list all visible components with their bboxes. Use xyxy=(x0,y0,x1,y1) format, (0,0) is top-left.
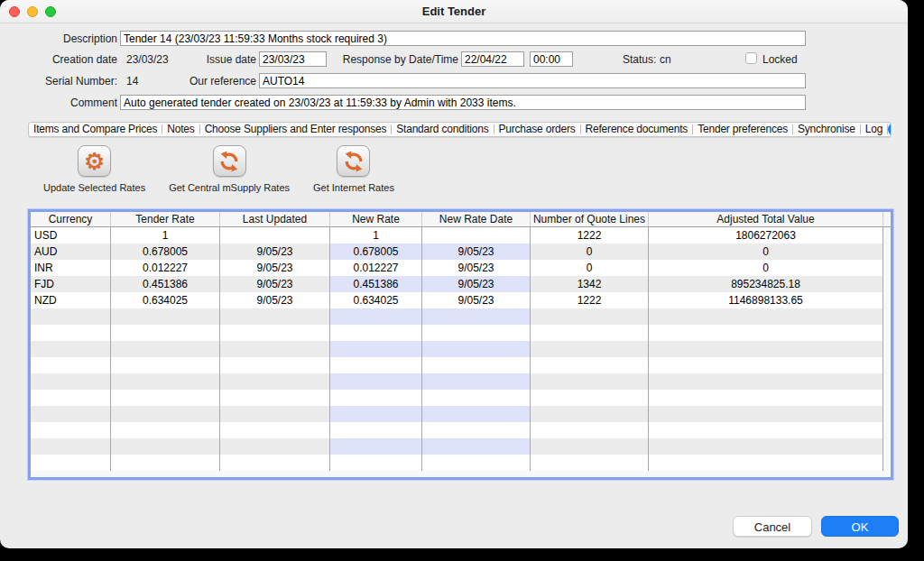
table-row[interactable] xyxy=(31,341,891,357)
cell-new-rate-date xyxy=(422,325,531,341)
response-by-date-input[interactable] xyxy=(461,51,524,67)
scrollbar-gutter xyxy=(883,227,891,244)
locked-checkbox[interactable] xyxy=(745,52,757,64)
cell-quote-lines xyxy=(531,455,649,471)
table-body: USD1112221806272063AUD0.6780059/05/230.6… xyxy=(31,227,891,471)
table-row[interactable] xyxy=(31,308,891,325)
issue-date-label: Issue date xyxy=(175,52,256,68)
tab-reference-documents[interactable]: Reference documents xyxy=(581,123,693,136)
table-row[interactable] xyxy=(31,455,891,471)
scrollbar-gutter xyxy=(883,438,891,455)
comment-input[interactable] xyxy=(120,95,806,110)
issue-date-input[interactable] xyxy=(259,51,327,67)
cell-adjusted-total: 0 xyxy=(649,244,883,260)
cell-new-rate-date xyxy=(422,438,531,455)
cell-new-rate-date xyxy=(422,227,531,244)
cell-new-rate-date: 9/05/23 xyxy=(422,292,531,308)
column-header-new-rate-date[interactable]: New Rate Date xyxy=(422,212,531,226)
table-row[interactable] xyxy=(31,406,891,422)
cell-adjusted-total: 0 xyxy=(649,260,883,276)
cell-last-updated xyxy=(220,373,330,390)
cell-new-rate: 1 xyxy=(330,227,422,244)
scrollbar-gutter xyxy=(883,455,891,471)
cell-adjusted-total xyxy=(649,325,883,341)
cell-currency: AUD xyxy=(31,244,111,260)
get-internet-rates-button[interactable]: Get Internet Rates xyxy=(313,145,394,193)
scrollbar-gutter xyxy=(883,244,891,260)
update-selected-rates-button[interactable]: ⚙Update Selected Rates xyxy=(43,145,145,193)
cell-tender-rate: 0.678005 xyxy=(111,244,220,260)
cell-new-rate-date: 9/05/23 xyxy=(422,260,531,276)
tab-bar: Items and Compare PricesNotesChoose Supp… xyxy=(28,122,892,137)
cell-new-rate xyxy=(330,373,422,390)
description-label: Description xyxy=(27,32,117,47)
column-header-currency[interactable]: Currency xyxy=(31,212,111,226)
table-row[interactable]: NZD0.6340259/05/230.6340259/05/231222114… xyxy=(31,292,891,308)
table-row[interactable] xyxy=(31,357,891,373)
scrollbar-gutter xyxy=(883,292,891,308)
cell-tender-rate xyxy=(111,390,220,406)
cancel-button[interactable]: Cancel xyxy=(733,516,812,537)
tab-tender-preferences[interactable]: Tender preferences xyxy=(693,123,792,136)
tab-choose-suppliers-and-enter-responses[interactable]: Choose Suppliers and Enter responses xyxy=(200,123,392,136)
table-row[interactable]: FJD0.4513869/05/230.4513869/05/231342895… xyxy=(31,276,891,292)
cell-currency xyxy=(31,325,111,341)
tab-currencies[interactable]: Currencies xyxy=(888,123,892,136)
locked-label: Locked xyxy=(762,52,798,68)
cell-new-rate: 0.451386 xyxy=(330,276,422,292)
cell-adjusted-total xyxy=(649,455,883,471)
cell-tender-rate xyxy=(111,406,220,422)
column-header-number-of-quote-lines[interactable]: Number of Quote Lines xyxy=(531,212,649,226)
creation-date-label: Creation date xyxy=(27,52,117,68)
cell-last-updated xyxy=(220,308,330,325)
column-header-tender-rate[interactable]: Tender Rate xyxy=(111,212,220,226)
cell-last-updated xyxy=(220,422,330,438)
response-by-time-input[interactable] xyxy=(530,51,573,67)
status-value: cn xyxy=(660,52,671,68)
tab-log[interactable]: Log xyxy=(861,123,887,136)
column-header-adjusted-total-value[interactable]: Adjusted Total Value xyxy=(649,212,883,226)
cell-adjusted-total: 1146898133.65 xyxy=(649,292,883,308)
serial-number-value: 14 xyxy=(126,74,138,89)
tab-standard-conditions[interactable]: Standard conditions xyxy=(392,123,493,136)
scrollbar-gutter xyxy=(883,276,891,292)
cell-quote-lines xyxy=(531,438,649,455)
tab-items-and-compare-prices[interactable]: Items and Compare Prices xyxy=(29,123,162,136)
get-central-msupply-rates-button[interactable]: Get Central mSupply Rates xyxy=(169,145,290,193)
table-row[interactable]: USD1112221806272063 xyxy=(31,227,891,244)
tab-purchase-orders[interactable]: Purchase orders xyxy=(494,123,580,136)
cell-adjusted-total xyxy=(649,341,883,357)
column-header-last-updated[interactable]: Last Updated xyxy=(220,212,330,226)
currencies-table: CurrencyTender RateLast UpdatedNew RateN… xyxy=(28,209,893,480)
tab-synchronise[interactable]: Synchronise xyxy=(793,123,860,136)
table-row[interactable]: AUD0.6780059/05/230.6780059/05/2300 xyxy=(31,244,891,260)
tab-notes[interactable]: Notes xyxy=(162,123,199,136)
table-row[interactable] xyxy=(31,373,891,390)
table-row[interactable] xyxy=(31,438,891,455)
table-row[interactable]: INR0.0122279/05/230.0122279/05/2300 xyxy=(31,260,891,276)
cell-new-rate: 0.678005 xyxy=(330,244,422,260)
column-header-new-rate[interactable]: New Rate xyxy=(330,212,422,226)
cell-new-rate-date xyxy=(422,390,531,406)
scrollbar-gutter xyxy=(883,308,891,325)
our-reference-input[interactable] xyxy=(259,73,806,88)
cell-new-rate xyxy=(330,390,422,406)
cell-currency xyxy=(31,373,111,390)
cell-quote-lines: 1222 xyxy=(531,227,649,244)
description-input[interactable] xyxy=(120,31,806,46)
cell-new-rate xyxy=(330,406,422,422)
cell-new-rate xyxy=(330,438,422,455)
scrollbar-gutter xyxy=(883,357,891,373)
cell-last-updated: 9/05/23 xyxy=(220,292,330,308)
cell-new-rate-date: 9/05/23 xyxy=(422,244,531,260)
cell-new-rate-date xyxy=(422,406,531,422)
table-row[interactable] xyxy=(31,422,891,438)
cell-currency xyxy=(31,406,111,422)
cell-currency xyxy=(31,438,111,455)
cell-currency xyxy=(31,390,111,406)
cell-currency: USD xyxy=(31,227,111,244)
table-row[interactable] xyxy=(31,325,891,341)
cell-currency xyxy=(31,341,111,357)
ok-button[interactable]: OK xyxy=(821,516,899,537)
table-row[interactable] xyxy=(31,390,891,406)
